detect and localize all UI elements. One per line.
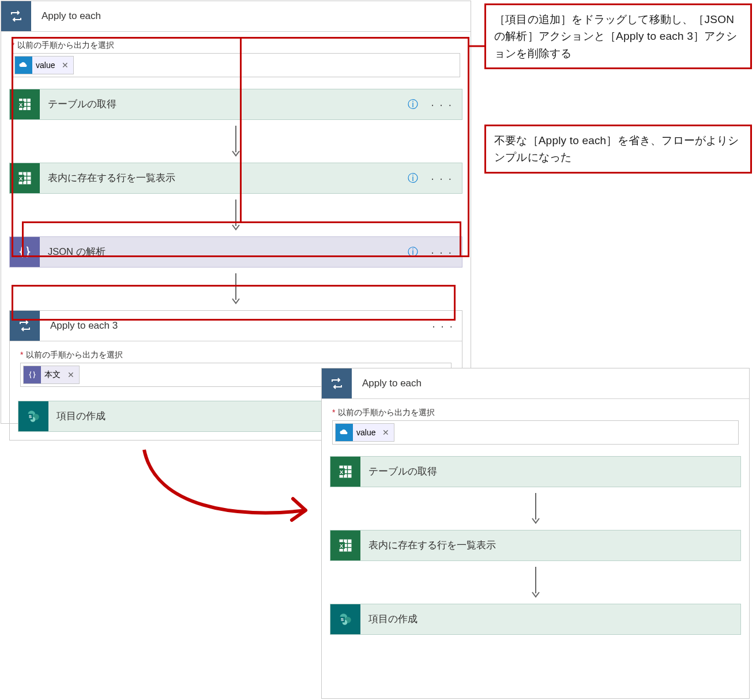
scope-title: Apply to each bbox=[352, 378, 422, 389]
annotation-divider-line bbox=[240, 37, 242, 221]
output-select-label: 以前の手順から出力を選択 bbox=[338, 408, 435, 417]
more-icon[interactable]: · · · bbox=[432, 319, 454, 333]
close-icon[interactable]: ✕ bbox=[58, 61, 69, 70]
dynamic-token-body[interactable]: 本文 ✕ bbox=[23, 366, 80, 384]
annotation-connector-line bbox=[468, 45, 486, 47]
output-select-label: 以前の手順から出力を選択 bbox=[26, 350, 123, 359]
action-list-rows[interactable]: X 表内に存在する行を一覧表示 bbox=[330, 530, 741, 561]
action-create-item[interactable]: S 項目の作成 bbox=[330, 604, 741, 635]
connector-arrow bbox=[1, 198, 471, 232]
dynamic-token-value[interactable]: value ✕ bbox=[335, 423, 394, 442]
token-text: value bbox=[36, 61, 55, 70]
svg-text:S: S bbox=[29, 414, 32, 419]
action-title: 表内に存在する行を一覧表示 bbox=[40, 172, 175, 185]
help-icon[interactable]: ⓘ bbox=[408, 245, 418, 259]
excel-icon: X bbox=[10, 163, 40, 193]
help-icon[interactable]: ⓘ bbox=[408, 97, 418, 111]
action-title: 項目の作成 bbox=[360, 613, 418, 626]
scope-title: Apply to each bbox=[31, 10, 101, 22]
loop-icon bbox=[322, 368, 352, 398]
required-asterisk: * bbox=[12, 40, 14, 50]
action-get-tables[interactable]: X テーブルの取得 bbox=[330, 456, 741, 487]
callout-instruction-1: ［項目の追加］をドラッグして移動し、［JSONの解析］アクションと［Apply … bbox=[484, 3, 752, 69]
token-text: value bbox=[356, 428, 375, 437]
more-icon[interactable]: · · · bbox=[431, 98, 453, 111]
svg-text:S: S bbox=[341, 617, 344, 622]
help-icon[interactable]: ⓘ bbox=[408, 171, 418, 185]
action-title: 項目の作成 bbox=[48, 410, 106, 423]
flow-panel-after: Apply to each * 以前の手順から出力を選択 value ✕ X テ… bbox=[321, 368, 750, 699]
required-asterisk: * bbox=[20, 350, 23, 359]
action-get-tables[interactable]: X テーブルの取得 ⓘ · · · bbox=[9, 89, 462, 120]
callout-instruction-2: 不要な［Apply to each］を省き、フローがよりシンプルになった bbox=[484, 125, 752, 174]
excel-icon: X bbox=[330, 530, 360, 560]
scope-header-apply-to-each[interactable]: Apply to each bbox=[322, 368, 749, 399]
sharepoint-icon: S bbox=[18, 401, 48, 431]
svg-text:X: X bbox=[340, 469, 344, 475]
close-icon[interactable]: ✕ bbox=[379, 428, 389, 437]
connector-arrow bbox=[322, 492, 749, 525]
dynamic-token-value[interactable]: value ✕ bbox=[14, 56, 74, 74]
loop-icon bbox=[10, 311, 40, 341]
required-asterisk: * bbox=[332, 408, 335, 417]
connector-arrow bbox=[322, 566, 749, 599]
scope-header-apply-to-each-3[interactable]: Apply to each 3 · · · bbox=[10, 311, 462, 341]
onedrive-icon bbox=[336, 424, 353, 441]
sharepoint-icon: S bbox=[330, 604, 360, 634]
flow-panel-before: Apply to each * 以前の手順から出力を選択 value ✕ X テ… bbox=[1, 1, 471, 424]
transition-arrow-icon bbox=[133, 438, 323, 530]
close-icon[interactable]: ✕ bbox=[64, 370, 74, 379]
scope-body: * 以前の手順から出力を選択 value ✕ bbox=[1, 32, 471, 85]
action-list-rows[interactable]: X 表内に存在する行を一覧表示 ⓘ · · · bbox=[9, 163, 462, 194]
action-title: テーブルの取得 bbox=[40, 98, 116, 111]
token-text: 本文 bbox=[44, 370, 61, 380]
connector-arrow bbox=[1, 272, 471, 306]
output-select-label: 以前の手順から出力を選択 bbox=[17, 40, 114, 50]
scope-header-apply-to-each[interactable]: Apply to each bbox=[1, 1, 471, 32]
action-title: テーブルの取得 bbox=[360, 465, 437, 478]
json-braces-icon bbox=[10, 237, 40, 267]
action-title: 表内に存在する行を一覧表示 bbox=[360, 539, 496, 552]
excel-icon: X bbox=[10, 89, 40, 119]
json-braces-icon bbox=[24, 366, 41, 383]
output-select-input[interactable]: value ✕ bbox=[332, 420, 739, 445]
excel-icon: X bbox=[330, 457, 360, 487]
connector-arrow bbox=[1, 125, 471, 158]
more-icon[interactable]: · · · bbox=[431, 246, 453, 259]
svg-text:X: X bbox=[19, 102, 23, 108]
action-title: JSON の解析 bbox=[40, 246, 106, 258]
action-parse-json[interactable]: JSON の解析 ⓘ · · · bbox=[9, 236, 462, 268]
svg-text:X: X bbox=[340, 543, 344, 549]
more-icon[interactable]: · · · bbox=[431, 172, 453, 185]
onedrive-icon bbox=[15, 57, 32, 74]
scope-title: Apply to each 3 bbox=[40, 320, 118, 332]
svg-text:X: X bbox=[19, 176, 23, 182]
loop-icon bbox=[1, 1, 31, 31]
output-select-input[interactable]: value ✕ bbox=[12, 53, 460, 77]
